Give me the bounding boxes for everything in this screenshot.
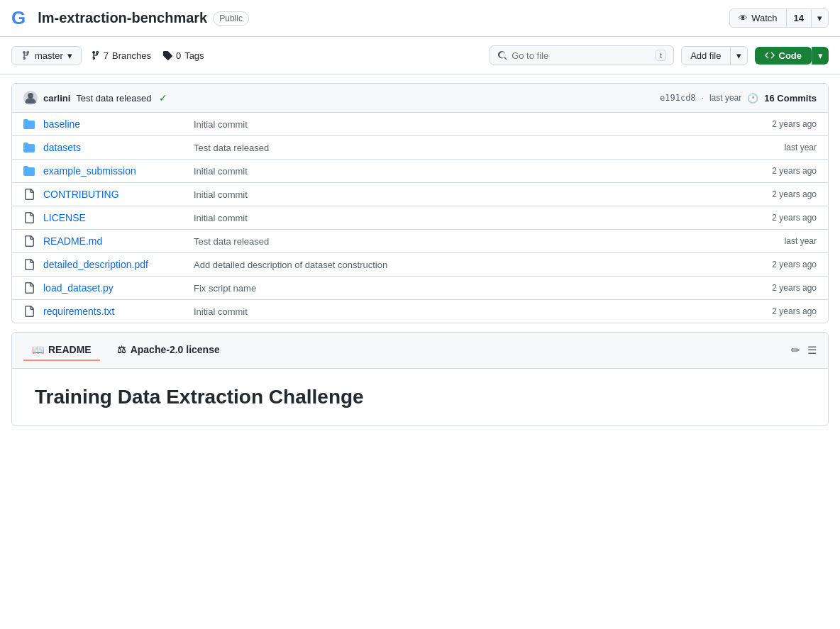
file-icon [23,259,35,270]
google-logo: G [11,7,29,29]
watch-count: 14 [787,9,811,27]
readme-tabs: 📖 README ⚖ Apache-2.0 license [23,340,791,361]
file-commit-msg: Initial commit [194,119,763,130]
search-input-wrap[interactable]: t [490,45,674,65]
avatar [23,91,38,105]
code-button[interactable]: Code [755,47,812,65]
branches-label: Branches [112,50,151,61]
svg-point-0 [28,93,33,99]
file-name[interactable]: load_dataset.py [43,282,185,294]
file-time: 2 years ago [772,119,817,129]
file-name[interactable]: LICENSE [43,212,185,223]
add-file-label: Add file [682,47,730,65]
tab-license[interactable]: ⚖ Apache-2.0 license [109,340,228,361]
code-label: Code [779,50,802,61]
file-type-icon [23,235,35,247]
file-commit-msg: Test data released [194,143,776,153]
branches-icon [90,50,100,60]
branches-count: 7 [104,50,109,61]
folder-icon [23,142,35,153]
watch-label: Watch [751,13,777,23]
branch-selector[interactable]: master ▾ [11,46,82,65]
file-name[interactable]: CONTRIBUTING [43,189,185,200]
branches-link[interactable]: 7 Branches [90,50,151,61]
branch-bar: master ▾ 7 Branches 0 Tags t Add f [0,37,840,74]
license-tab-label: Apache-2.0 license [131,344,220,355]
file-time: 2 years ago [772,166,817,176]
file-commit-msg: Fix script name [194,283,763,294]
commit-time: last year [709,93,741,103]
commit-header: carlini Test data released ✓ e191cd8 · l… [12,84,828,113]
table-row: load_dataset.py Fix script name 2 years … [12,277,828,300]
table-row: baseline Initial commit 2 years ago [12,113,828,136]
commits-link[interactable]: 16 Commits [764,93,817,104]
table-row: README.md Test data released last year [12,230,828,253]
branch-icon [21,50,31,60]
top-bar: G lm-extraction-benchmark Public 👁 Watch… [0,0,840,37]
branch-chevron: ▾ [67,50,72,61]
check-icon: ✓ [159,92,167,104]
file-name[interactable]: README.md [43,235,185,247]
code-icon [765,50,775,60]
book-icon: 📖 [32,344,44,355]
readme-actions: ✏ ☰ [791,344,817,357]
tags-link[interactable]: 0 Tags [162,50,204,61]
tag-icon [162,50,172,60]
table-row: requirements.txt Initial commit 2 years … [12,300,828,323]
search-bar-wrap: t Add file ▾ Code ▾ [490,45,829,65]
commit-hash[interactable]: e191cd8 [660,93,696,103]
edit-icon[interactable]: ✏ [791,344,800,357]
file-time: last year [785,236,817,246]
code-dropdown-arrow[interactable]: ▾ [812,47,829,65]
file-type-icon [23,282,35,294]
watch-button[interactable]: 👁 Watch 14 ▾ [729,9,829,28]
file-name[interactable]: datasets [43,142,185,153]
branch-meta: 7 Branches 0 Tags [90,50,204,61]
file-time: 2 years ago [772,306,817,316]
file-icon [23,189,35,200]
readme-header: 📖 README ⚖ Apache-2.0 license ✏ ☰ [12,333,828,369]
file-type-icon [23,189,35,200]
file-type-icon [23,306,35,317]
file-time: last year [785,143,817,152]
watch-dropdown-icon[interactable]: ▾ [811,9,828,27]
table-row: LICENSE Initial commit 2 years ago [12,206,828,230]
commits-count: 16 Commits [764,93,817,104]
file-table: carlini Test data released ✓ e191cd8 · l… [11,83,829,323]
folder-icon [23,118,35,130]
file-commit-msg: Add detailed description of dataset cons… [194,260,763,270]
file-time: 2 years ago [772,189,817,199]
file-commit-msg: Initial commit [194,306,763,317]
file-time: 2 years ago [772,260,817,269]
file-name[interactable]: baseline [43,118,185,130]
eye-icon: 👁 [739,13,748,23]
readme-body: Training Data Extraction Challenge [12,369,828,425]
folder-icon [23,165,35,177]
tab-readme[interactable]: 📖 README [23,340,100,361]
file-rows-container: baseline Initial commit 2 years ago data… [12,113,828,323]
list-icon[interactable]: ☰ [807,344,817,357]
add-file-chevron[interactable]: ▾ [731,47,747,65]
file-time: 2 years ago [772,283,817,293]
file-icon [23,282,35,294]
file-commit-msg: Initial commit [194,213,763,223]
search-input[interactable] [512,50,651,61]
file-commit-msg: Initial commit [194,189,763,200]
add-file-button[interactable]: Add file ▾ [681,46,747,65]
tags-label: Tags [184,50,204,61]
file-time: 2 years ago [772,213,817,223]
top-bar-right: 👁 Watch 14 ▾ [729,9,829,28]
file-name[interactable]: detailed_description.pdf [43,259,185,270]
file-icon [23,306,35,317]
commit-message: Test data released [76,93,151,104]
readme-section: 📖 README ⚖ Apache-2.0 license ✏ ☰ Traini… [11,332,829,426]
commit-username[interactable]: carlini [43,93,70,104]
file-name[interactable]: example_submission [43,165,185,177]
table-row: example_submission Initial commit 2 year… [12,160,828,183]
file-name[interactable]: requirements.txt [43,306,185,317]
file-commit-msg: Test data released [194,236,776,247]
watch-btn-main[interactable]: 👁 Watch [730,9,786,27]
tags-count: 0 [176,50,181,61]
repo-name[interactable]: lm-extraction-benchmark [38,10,207,26]
code-button-wrap[interactable]: Code ▾ [755,47,829,65]
